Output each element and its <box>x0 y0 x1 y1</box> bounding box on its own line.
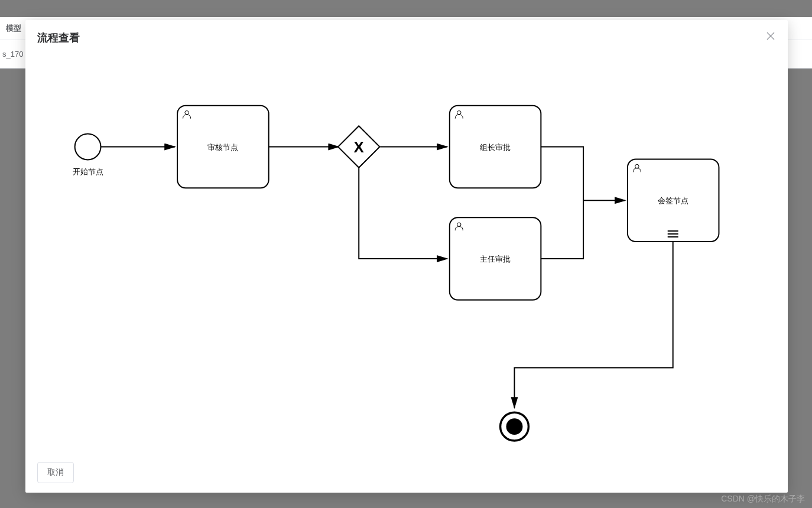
start-event-node[interactable]: 开始节点 <box>73 134 103 177</box>
svg-point-3 <box>75 134 101 160</box>
svg-point-13 <box>506 418 523 435</box>
close-button[interactable] <box>765 31 776 43</box>
task-director-label: 主任审批 <box>480 255 511 263</box>
task-leader-node[interactable]: 组长审批 <box>450 106 541 188</box>
process-view-modal: 流程查看 开始节点 <box>25 20 788 493</box>
modal-footer: 取消 <box>25 456 788 493</box>
watermark: CSDN @快乐的木子李 <box>721 494 805 504</box>
modal-title: 流程查看 <box>37 31 80 45</box>
cancel-button[interactable]: 取消 <box>37 462 74 483</box>
task-leader-label: 组长审批 <box>480 143 511 152</box>
gateway-exclusive-node[interactable]: X <box>338 126 380 168</box>
flow-leader-countersign <box>541 147 625 201</box>
modal-body: 开始节点 审核节点 X <box>25 50 788 456</box>
task-countersign-node[interactable]: 会签节点 <box>628 159 719 242</box>
flow-gateway-director <box>359 168 447 259</box>
start-event-label: 开始节点 <box>73 167 103 176</box>
task-countersign-label: 会签节点 <box>658 196 688 205</box>
gateway-symbol: X <box>354 139 365 155</box>
bpmn-diagram[interactable]: 开始节点 审核节点 X <box>25 50 788 456</box>
modal-header: 流程查看 <box>25 20 788 50</box>
task-director-node[interactable]: 主任审批 <box>450 217 541 300</box>
task-review-label: 审核节点 <box>207 143 238 152</box>
task-review-node[interactable]: 审核节点 <box>177 106 269 188</box>
flow-director-countersign <box>541 200 583 259</box>
close-icon <box>766 32 775 40</box>
end-event-node[interactable] <box>501 412 529 441</box>
